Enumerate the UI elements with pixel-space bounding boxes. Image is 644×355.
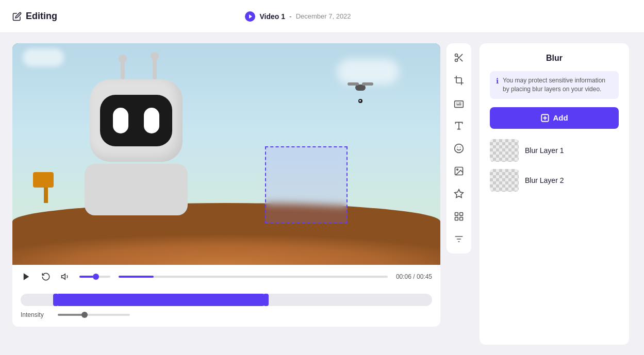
svg-line-5 [460,59,463,61]
mailbox-pole [44,188,48,203]
svg-point-14 [457,169,458,171]
info-icon: ℹ [496,77,499,85]
blur-layer-1-name: Blur Layer 1 [525,146,564,155]
info-text: You may protect sensitive information by… [503,76,613,94]
cloud-1 [337,59,399,84]
robot-antenna-1 [121,59,125,79]
timeline-handle-right[interactable] [265,294,269,306]
text-tool-button[interactable] [449,115,469,136]
svg-marker-0 [24,273,29,280]
sticker-icon [454,211,464,222]
main-content: 00:06 / 00:45 Intensity [0,33,644,355]
video-section: 00:06 / 00:45 Intensity [12,43,440,327]
play-dot-icon [245,11,255,22]
timeline-fill [54,294,268,306]
edit-icon [12,12,22,21]
add-blur-button[interactable]: Add [490,107,619,129]
timeline-handle-left[interactable] [53,294,57,306]
video-frame [12,43,440,265]
drone-prop-left [348,82,359,86]
info-box: ℹ You may protect sensitive information … [490,71,619,99]
intensity-slider[interactable] [58,314,130,316]
progress-bar[interactable] [119,276,388,278]
cloud-2 [23,48,64,66]
blur-layer-1-thumbnail [490,139,519,162]
blur-layer-2[interactable]: Blur Layer 2 [490,169,619,192]
editor-area: 00:06 / 00:45 Intensity [12,43,471,345]
volume-slider[interactable] [79,276,110,278]
play-button[interactable] [21,271,32,282]
volume-icon [61,272,70,281]
cut-tool-button[interactable] [449,47,469,68]
svg-rect-17 [460,213,463,216]
robot-torso [85,164,188,215]
robot-face [100,95,172,146]
caption-icon [454,98,464,108]
svg-point-10 [455,144,464,153]
timeline-section: Intensity [12,289,440,327]
svg-line-6 [457,56,459,58]
timeline-bar[interactable] [21,294,432,306]
header-center: Video 1 - December 7, 2022 [245,11,351,22]
plus-icon [540,113,550,123]
intensity-fill [58,314,83,316]
volume-button[interactable] [60,271,71,282]
crop-tool-button[interactable] [449,70,469,91]
panel-title: Blur [490,54,619,63]
emoji-tool-button[interactable] [449,138,469,159]
blur-layer-2-thumbnail [490,169,519,192]
robot-antenna-2 [153,56,157,79]
time-display: 00:06 / 00:45 [396,273,432,280]
robot [74,79,198,224]
drone [348,84,373,100]
blur-selection-box[interactable] [265,146,348,224]
drone-eye [358,99,362,103]
svg-rect-16 [455,213,458,216]
svg-rect-18 [455,217,458,221]
mailbox-top [33,172,54,188]
replay-button[interactable] [40,271,52,282]
blur-layer-1[interactable]: Blur Layer 1 [490,139,619,162]
image-icon [454,166,464,176]
drone-prop-right [362,82,373,86]
emoji-icon [454,143,464,154]
progress-fill [119,276,154,278]
robot-head [90,79,183,162]
image-tool-button[interactable] [449,161,469,181]
crop-icon [454,75,464,86]
svg-marker-1 [62,274,65,280]
caption-tool-button[interactable] [449,93,469,113]
volume-fill [79,276,93,278]
replay-icon [41,272,51,281]
svg-rect-7 [455,101,464,108]
sticker-tool-button[interactable] [449,206,469,227]
video-separator: - [289,12,292,21]
robot-eye-right [144,108,159,133]
robot-eye-left [113,108,128,133]
intensity-thumb [81,312,88,318]
header-left: Editing [12,11,57,22]
effects-tool-button[interactable] [449,183,469,204]
video-controls: 00:06 / 00:45 [12,265,440,289]
volume-thumb [93,274,99,280]
intensity-row: Intensity [21,311,432,318]
text-icon [454,121,464,131]
video-title: Video 1 [259,12,285,21]
cut-icon [454,53,464,63]
intensity-label: Intensity [21,311,52,318]
star-icon [454,189,464,199]
mailbox [33,172,59,203]
svg-rect-19 [460,217,463,221]
header: Editing Video 1 - December 7, 2022 [0,0,644,33]
svg-marker-15 [455,190,464,198]
video-date: December 7, 2022 [296,12,351,20]
play-icon [22,272,31,281]
page-title: Editing [26,11,57,22]
toolbar [447,43,471,253]
filter-icon [454,234,464,244]
video-canvas[interactable] [12,43,440,265]
right-panel: Blur ℹ You may protect sensitive informa… [480,43,629,345]
filter-tool-button[interactable] [449,229,469,249]
blur-layer-2-name: Blur Layer 2 [525,176,564,184]
